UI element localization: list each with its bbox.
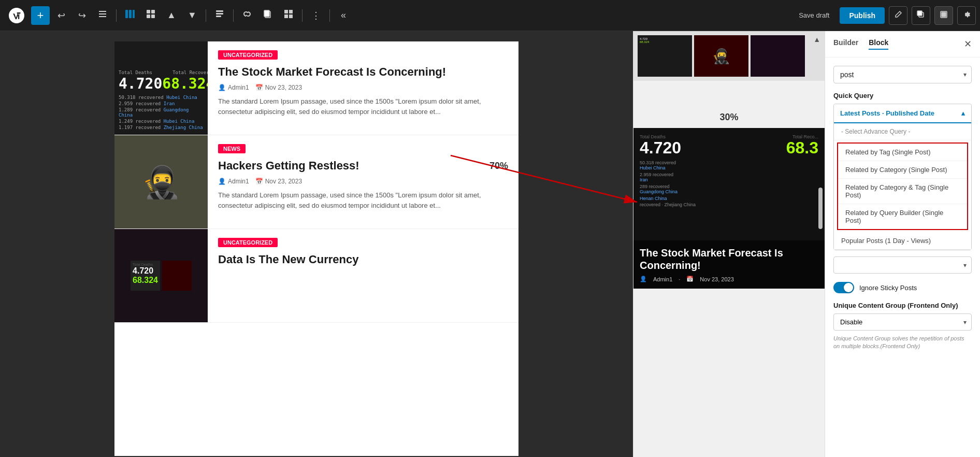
- popular-posts-select[interactable]: [833, 256, 972, 274]
- editor-area: Total Deaths 4.720 Total Recovered 68.32…: [0, 31, 633, 457]
- related-cat-tag-option[interactable]: Related by Category & Tag (Single Post): [838, 179, 967, 204]
- ucg-select-row: Disable Enable ▾: [833, 313, 972, 331]
- more-options-button[interactable]: ⋮: [307, 6, 325, 25]
- post-title: Data Is The New Currency: [218, 252, 508, 267]
- post-list: Total Deaths 4.720 Total Recovered 68.32…: [114, 41, 518, 456]
- post-category-badge: Uncategorized: [218, 50, 278, 60]
- post-meta: 👤 Admin1 📅 Nov 23, 2023: [218, 84, 508, 91]
- calendar-icon: 📅: [686, 276, 694, 282]
- settings-icon: [962, 10, 971, 21]
- grid-icon: [284, 9, 293, 21]
- related-query-builder-option[interactable]: Related by Query Builder (Single Post): [838, 204, 967, 229]
- post-title: The Stock Market Forecast Is Concerning!: [218, 65, 508, 80]
- post-thumbnail: 🥷: [114, 135, 208, 228]
- preview-thumbs: 4.720 68.324 🥷: [633, 31, 825, 81]
- tab-builder[interactable]: Builder: [833, 38, 858, 50]
- svg-rect-6: [147, 10, 150, 13]
- edit-icon: [894, 10, 902, 21]
- preview-progress-area: 30%: [633, 81, 825, 128]
- post-type-select-row: post page custom ▾: [833, 66, 972, 83]
- post-content: Uncategorized The Stock Market Forecast …: [208, 41, 518, 135]
- copy-button[interactable]: [258, 6, 277, 25]
- wordpress-logo[interactable]: [4, 3, 29, 28]
- ignore-sticky-toggle[interactable]: [833, 282, 854, 293]
- duplicate-icon-button[interactable]: [912, 6, 930, 25]
- post-percent: 70%: [489, 159, 508, 172]
- align-button[interactable]: [210, 6, 229, 25]
- svg-rect-15: [284, 10, 288, 13]
- related-category-option[interactable]: Related by Category (Single Post): [838, 161, 967, 179]
- fullscreen-button[interactable]: [934, 6, 953, 25]
- svg-rect-16: [289, 10, 293, 13]
- post-category-badge: News: [218, 144, 246, 153]
- collapse-button[interactable]: «: [334, 6, 353, 25]
- post-thumbnail: Total Deaths 4.720 Total Recovered 68.32…: [114, 41, 208, 135]
- ignore-sticky-label: Ignore Sticky Posts: [859, 284, 917, 292]
- quick-query-selected-text: Latest Posts · Published Date: [840, 109, 934, 117]
- post-type-select[interactable]: post page custom: [833, 66, 972, 83]
- block-nav-button[interactable]: [141, 6, 160, 25]
- preview-scroll-up-button[interactable]: ▲: [813, 35, 820, 44]
- advanced-query-group: Related by Tag (Single Post) Related by …: [837, 142, 968, 230]
- settings-button[interactable]: [957, 6, 976, 25]
- publish-button[interactable]: Publish: [840, 7, 885, 24]
- toggle-knob: [844, 283, 853, 292]
- recovered-number: 68.3: [786, 139, 818, 156]
- post-item: 🥷 News Hackers Getting Restless! 70% 👤 A…: [114, 135, 518, 229]
- svg-rect-0: [99, 11, 106, 12]
- grid-button[interactable]: [279, 6, 298, 25]
- advance-query-header: - Select Advance Query -: [834, 123, 971, 140]
- close-icon: ✕: [964, 39, 972, 49]
- separator-2: [206, 9, 206, 22]
- separator-5: [329, 9, 330, 22]
- save-draft-button[interactable]: Save draft: [792, 8, 835, 22]
- duplicate-icon: [917, 10, 925, 21]
- column-view-button[interactable]: [121, 6, 139, 25]
- undo-button[interactable]: ↩: [52, 6, 70, 25]
- quick-query-options: - Select Advance Query - Related by Tag …: [834, 123, 971, 250]
- post-item: Total Deaths 4.720 68.324 Uncategorized …: [114, 229, 518, 323]
- svg-rect-1: [99, 13, 106, 15]
- move-up-button[interactable]: ▲: [162, 6, 181, 25]
- post-author: 👤 Admin1: [218, 178, 249, 185]
- svg-rect-11: [216, 13, 223, 15]
- redo-button[interactable]: ↪: [73, 6, 91, 25]
- svg-rect-22: [942, 12, 946, 17]
- main-toolbar: + ↩ ↪ ▲: [0, 0, 980, 31]
- sidebar-panel: Builder Block ✕ post page custom ▾ Quick…: [825, 31, 980, 457]
- quick-query-selected[interactable]: Latest Posts · Published Date ▴: [834, 104, 971, 123]
- link-button[interactable]: [238, 6, 256, 25]
- ucg-label: Unique Content Group (Frontend Only): [833, 302, 972, 309]
- ucg-select[interactable]: Disable Enable: [833, 313, 972, 331]
- redo-icon: ↪: [78, 10, 86, 21]
- column-icon: [125, 9, 135, 21]
- hacker-image: 🥷: [114, 135, 208, 228]
- undo-icon: ↩: [57, 10, 65, 21]
- calendar-icon: 📅: [255, 84, 263, 91]
- related-tag-option[interactable]: Related by Tag (Single Post): [838, 144, 967, 161]
- sidebar-close-button[interactable]: ✕: [964, 38, 972, 50]
- deaths-number: 4.720: [640, 139, 681, 156]
- toolbar-right: Save draft Publish: [792, 6, 976, 25]
- list-view-button[interactable]: [93, 6, 112, 25]
- list-icon: [98, 9, 107, 21]
- main-layout: Total Deaths 4.720 Total Recovered 68.32…: [0, 31, 980, 457]
- post-excerpt: The standard Lorem Ipsum passage, used s…: [218, 190, 508, 212]
- tab-block[interactable]: Block: [869, 38, 888, 50]
- post-thumbnail: Total Deaths 4.720 68.324: [114, 229, 208, 322]
- big-preview-title: The Stock Market Forecast Is Concerning!: [640, 247, 818, 272]
- move-down-button[interactable]: ▼: [183, 6, 201, 25]
- post-date: 📅 Nov 23, 2023: [255, 84, 302, 91]
- quick-query-dropdown: Latest Posts · Published Date ▴ - Select…: [833, 104, 972, 250]
- popular-posts-option[interactable]: Popular Posts (1 Day - Views): [834, 232, 971, 250]
- svg-rect-20: [917, 11, 922, 16]
- preview-thumb-3: [751, 35, 805, 77]
- svg-rect-5: [133, 10, 135, 18]
- edit-icon-button[interactable]: [889, 6, 907, 25]
- sidebar-body: post page custom ▾ Quick Query Latest Po…: [825, 58, 980, 457]
- post-category-badge: Uncategorized: [218, 238, 278, 247]
- separator-3: [233, 9, 234, 22]
- svg-rect-10: [216, 10, 223, 12]
- svg-rect-3: [125, 10, 128, 18]
- add-block-button[interactable]: +: [31, 6, 50, 25]
